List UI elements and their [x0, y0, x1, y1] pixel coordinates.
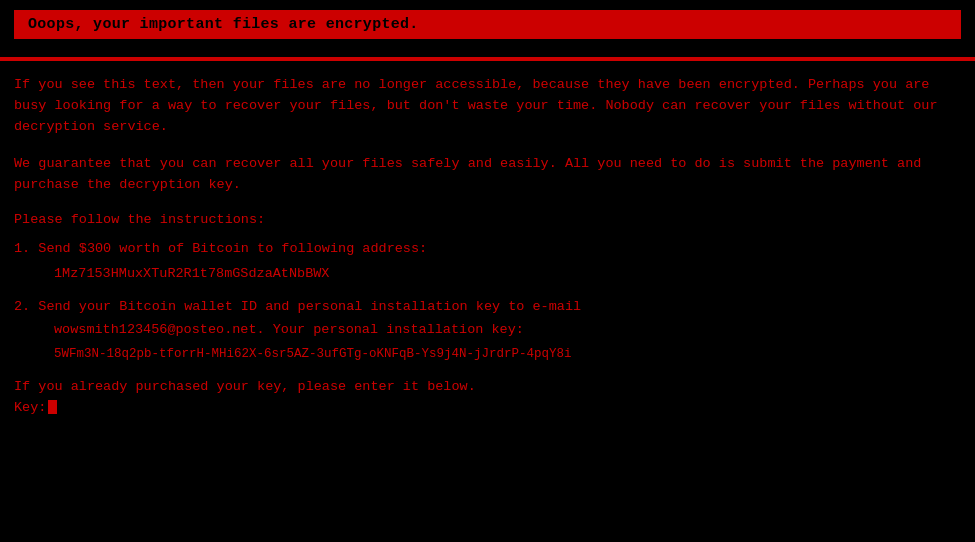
personal-key: 5WFm3N-18q2pb-tforrH-MHi62X-6sr5AZ-3ufGT… — [54, 347, 961, 361]
title-bar: Ooops, your important files are encrypte… — [14, 10, 961, 39]
ransomware-screen: Ooops, your important files are encrypte… — [0, 0, 975, 542]
title-text: Ooops, your important files are encrypte… — [28, 16, 419, 33]
bitcoin-address: 1Mz7153HMuxXTuR2R1t78mGSdzaAtNbBWX — [54, 266, 961, 281]
instructions-header: Please follow the instructions: — [14, 212, 961, 227]
step2-label: 2. Send your Bitcoin wallet ID and perso… — [14, 299, 961, 314]
key-label: Key: — [14, 400, 46, 415]
key-input-line[interactable]: Key: — [14, 400, 961, 415]
red-divider — [0, 57, 975, 61]
key-cursor — [48, 400, 57, 414]
step1-label: 1. Send $300 worth of Bitcoin to followi… — [14, 241, 961, 256]
paragraph-1: If you see this text, then your files ar… — [14, 75, 961, 138]
step2-cont: wowsmith123456@posteo.net. Your personal… — [54, 322, 961, 337]
footer-text: If you already purchased your key, pleas… — [14, 379, 961, 394]
paragraph-2: We guarantee that you can recover all yo… — [14, 154, 961, 196]
